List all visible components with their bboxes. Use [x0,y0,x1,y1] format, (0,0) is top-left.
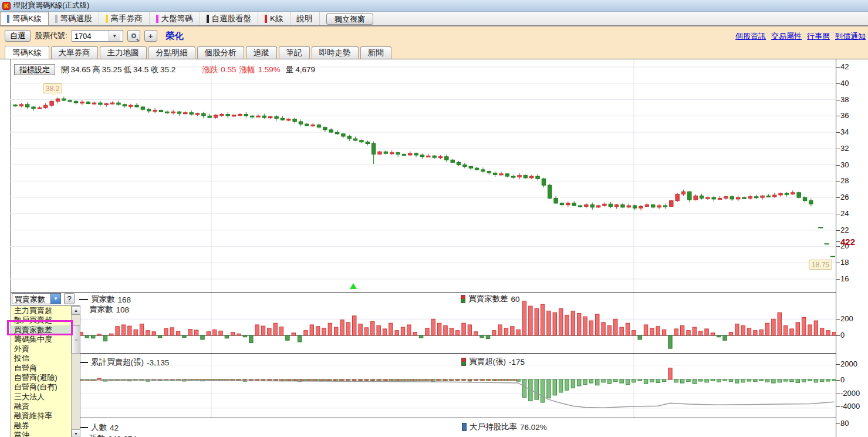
tab-color-chip-icon [55,15,58,23]
axis-tick-icon [836,246,840,247]
subtab[interactable]: 個股分析 [197,46,244,59]
axis-tick-icon [836,214,840,214]
people-count-legend: 人數 42 [79,422,119,433]
dropdown-item[interactable]: 融券 [11,421,72,431]
panel-separator [11,418,836,418]
axis-tick-icon [836,423,840,424]
axis-label: 42 [840,62,849,71]
ohlc-value: 34.5 [133,65,148,74]
dropdown-item[interactable]: 外資 [11,344,72,354]
scroll-down-icon[interactable]: ▼ [72,429,80,437]
legend-bar-icon [462,423,467,431]
toolbar-link[interactable]: 行事曆 [807,31,830,42]
axis-tick-icon [836,394,840,394]
toolbar: 自選 股票代號: ▼ + 榮化 個股資訊交易屬性行事曆到價通知 [0,26,868,45]
tab-color-chip-icon [265,15,267,23]
menu-tab[interactable]: 說明 [291,12,320,25]
dropdown-item[interactable]: 三大法人 [11,392,72,402]
subtab[interactable]: 即時走勢 [312,46,359,59]
high-annotation: 38.2 [43,83,62,93]
dropdown-item[interactable]: 籌碼集中度 [11,335,72,344]
axis-tick-icon [836,83,840,84]
menu-tab[interactable]: 籌碼K線 [0,12,49,25]
search-button[interactable] [127,30,140,42]
axis-label: 38 [840,95,849,104]
legend-bar-icon [461,295,465,303]
menu-tab[interactable]: 大盤籌碼 [150,12,200,25]
legend-line-icon [79,362,88,363]
scrollbar-thumb[interactable]: ≡ [72,325,80,354]
toolbar-link[interactable]: 個股資訊 [735,31,766,42]
axis-tick-icon [836,263,840,263]
axis-tick-icon [836,100,840,100]
axis-label: 0 [840,331,845,339]
stock-code-dropdown-arrow-icon[interactable]: ▼ [109,31,120,41]
axis-label: 36 [840,111,849,120]
toolbar-link[interactable]: 到價通知 [835,31,866,42]
ohlc-value: 35.2 [160,65,175,74]
subtab[interactable]: 追蹤 [246,46,277,59]
dropdown-item[interactable]: 主力買賣超 [11,306,72,315]
axis-tick-icon [836,406,840,407]
stock-code-input[interactable] [72,31,109,41]
menu-tab[interactable]: K線 [258,12,291,25]
axis-label: -2000 [840,389,860,398]
legend-line-icon [79,427,88,428]
legend-line-icon [79,299,88,300]
event-marker-triangle-icon [350,283,357,289]
dropdown-item[interactable]: 融資維持率 [11,411,72,421]
chart-content: 指標設定 開34.65高35.25低34.5收35.2 漲跌0.55漲幅1.59… [0,59,868,437]
dropdown-item[interactable]: 投信 [11,354,72,363]
dropdown-item[interactable]: 自營商(自有) [11,382,72,392]
stock-code-combobox: ▼ [72,30,123,42]
menu-tab[interactable]: 籌碼選股 [49,12,99,25]
menu-tab-label: 籌碼K線 [12,14,42,24]
subtab[interactable]: 筆記 [279,46,310,59]
axis-label: 40 [840,79,849,88]
standalone-window-button[interactable]: 獨立視窗 [326,14,373,25]
axis-tick-icon [836,197,840,198]
app-logo-icon: K [2,2,11,10]
shares-count-partial-row: 張數 648,674 [89,433,137,437]
axis-tick-icon [836,181,840,181]
subtab[interactable]: 大單券商 [51,46,98,59]
add-stock-button[interactable]: + [144,30,157,42]
stock-code-label: 股票代號: [35,31,67,41]
tab-color-chip-icon [7,15,9,23]
dropdown-item[interactable]: 自營商 [11,364,72,373]
dropdown-item[interactable]: 當沖 [11,431,72,437]
toolbar-link[interactable]: 交易屬性 [771,31,802,42]
menu-tab-label: 說明 [297,14,313,24]
indicator-settings-button[interactable]: 指標設定 [14,64,55,75]
chart-header-row: 指標設定 開34.65高35.25低34.5收35.2 漲跌0.55漲幅1.59… [14,64,317,75]
dropdown-item[interactable]: 自營商(避險) [11,373,72,382]
subtab[interactable]: 分點明細 [148,46,195,59]
toolbar-links: 個股資訊交易屬性行事曆到價通知 [735,31,866,42]
axis-tick-icon [836,230,840,231]
volume-value: 量4,679 [286,64,317,75]
subtab[interactable]: 籌碼K線 [5,46,49,59]
menu-tab[interactable]: 自選股看盤 [200,12,259,25]
subtab[interactable]: 新聞 [360,46,391,59]
selector-dropdown-arrow-icon[interactable]: ▼ [50,294,60,304]
selected-item-highlight-box [7,320,73,335]
axis-label: 18 [840,258,849,267]
dropdown-item[interactable]: 融資 [11,402,72,411]
legend-bar-icon [461,358,466,366]
menu-tab[interactable]: 高手券商 [99,12,150,25]
axis-tick-icon [836,132,840,133]
indicator-selector[interactable]: 買賣家數差 ▼ [12,293,61,304]
help-button[interactable]: ? [64,293,75,304]
change-values: 漲跌0.55漲幅1.59% [202,64,283,75]
volume-label: 量 [286,65,294,74]
menu-tab-label: 高手券商 [111,14,143,24]
scroll-up-icon[interactable]: ▲ [72,306,80,315]
title-bar: K 理財寶籌碼K線(正式版) [0,0,868,12]
axis-tick-icon [836,279,840,280]
favorites-button[interactable]: 自選 [5,30,31,42]
last-price-annotation: 18.75 [809,260,832,270]
subtab[interactable]: 主力地圖 [100,46,147,59]
axis-label: 16 [840,274,849,283]
app-window: K 理財寶籌碼K線(正式版) 籌碼K線籌碼選股高手券商大盤籌碼自選股看盤K線說明… [0,0,868,437]
axis-label: 32 [840,144,849,153]
